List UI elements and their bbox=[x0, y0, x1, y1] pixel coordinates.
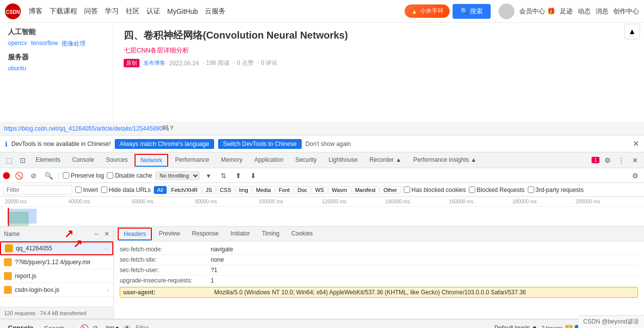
preserve-log-checkbox[interactable] bbox=[63, 172, 69, 179]
filter-type-js[interactable]: JS bbox=[202, 186, 216, 194]
wifi-icon[interactable]: ⇅ bbox=[218, 170, 230, 182]
console-eye-icon[interactable]: 👁 bbox=[124, 324, 131, 328]
search-button[interactable]: 🔍 搜索 bbox=[453, 4, 491, 19]
more-options-icon[interactable]: ⋮ bbox=[615, 154, 627, 166]
throttle-select[interactable]: No throttling bbox=[155, 171, 200, 180]
network-settings-icon[interactable]: ⚙ bbox=[629, 170, 641, 182]
nav-cert[interactable]: 认证 bbox=[146, 7, 160, 16]
headers-tab-response[interactable]: Response bbox=[187, 228, 224, 240]
disable-cache-label[interactable]: Disable cache bbox=[107, 172, 152, 179]
btn-match-language[interactable]: Always match Chrome's language bbox=[115, 139, 214, 149]
nav-cloud[interactable]: 云服务 bbox=[205, 7, 226, 16]
hide-data-urls-checkbox[interactable] bbox=[101, 187, 107, 193]
nav-member[interactable]: 会员中心 🎁 bbox=[519, 7, 555, 16]
nav-footprint[interactable]: 足迹 bbox=[560, 7, 573, 16]
console-tab-console[interactable]: Console bbox=[5, 322, 36, 328]
nav-download[interactable]: 下载课程 bbox=[49, 7, 77, 16]
select-element-icon[interactable]: ⬚ bbox=[3, 154, 15, 166]
nav-community[interactable]: 社区 bbox=[126, 7, 139, 16]
tab-console[interactable]: Console bbox=[67, 154, 99, 166]
file-icon-js-1 bbox=[4, 258, 12, 266]
sidebar-tag-tensorflow[interactable]: tensorflow bbox=[31, 40, 58, 48]
console-clear-icon[interactable]: 🚫 bbox=[80, 324, 89, 328]
btn-switch-chinese[interactable]: Switch DevTools to Chinese bbox=[218, 139, 302, 149]
filter-type-wasm[interactable]: Wasm bbox=[328, 186, 351, 194]
import-icon[interactable]: ⬆ bbox=[232, 170, 244, 182]
default-levels-btn[interactable]: Default levels ▼ bbox=[494, 325, 537, 328]
blocked-cookies-label[interactable]: Has blocked cookies bbox=[404, 187, 466, 193]
console-filter-input[interactable] bbox=[136, 325, 489, 328]
third-party-label[interactable]: 3rd-party requests bbox=[528, 187, 584, 193]
disable-cache-checkbox[interactable] bbox=[107, 172, 113, 179]
file-item-2[interactable]: report.js bbox=[0, 269, 113, 283]
tab-elements[interactable]: Elements bbox=[31, 154, 65, 166]
filter-toggle-icon[interactable]: ⊘ bbox=[28, 170, 40, 182]
filter-input[interactable] bbox=[3, 185, 72, 195]
filter-type-img[interactable]: Img bbox=[235, 186, 251, 194]
file-item-0[interactable]: qq_41264055 → bbox=[0, 241, 113, 255]
tab-recorder[interactable]: Recorder ▲ bbox=[365, 154, 407, 166]
clear-icon[interactable]: 🚫 bbox=[13, 170, 25, 182]
filter-type-media[interactable]: Media bbox=[253, 186, 275, 194]
notification-close-icon[interactable]: ✕ bbox=[633, 139, 639, 148]
hide-data-urls-label[interactable]: Hide data URLs bbox=[101, 187, 151, 193]
tab-security[interactable]: Security bbox=[290, 154, 322, 166]
hot-btn[interactable]: 🔥 小米手环 bbox=[405, 4, 449, 18]
tab-sources[interactable]: Sources bbox=[101, 154, 133, 166]
headers-tab-preview[interactable]: Preview bbox=[154, 228, 185, 240]
settings-icon[interactable]: ⚙ bbox=[601, 154, 613, 166]
sidebar-tag-ubuntu[interactable]: ubuntu bbox=[8, 65, 26, 72]
tab-network[interactable]: Network bbox=[135, 154, 168, 167]
url-text[interactable]: https://blog.csdn.net/qq_41264055/articl… bbox=[4, 125, 163, 132]
filter-type-manifest[interactable]: Manifest bbox=[352, 186, 379, 194]
nav-create[interactable]: 创作中心 bbox=[613, 7, 639, 16]
device-toggle-icon[interactable]: ⊡ bbox=[17, 154, 29, 166]
nav-messages[interactable]: 消息 bbox=[596, 7, 608, 16]
console-tab-search[interactable]: Search bbox=[41, 323, 67, 328]
file-item-3[interactable]: csdn-login-box.js ↓ bbox=[0, 283, 113, 297]
nav-github[interactable]: MyGitHub bbox=[167, 7, 198, 15]
scroll-top-button[interactable]: ▲ bbox=[624, 24, 640, 40]
throttle-dropdown-icon[interactable]: ▾ bbox=[203, 170, 215, 182]
headers-tab-initiator[interactable]: Initiator bbox=[226, 228, 255, 240]
tab-application[interactable]: Application bbox=[249, 154, 288, 166]
headers-tab-headers[interactable]: Headers bbox=[118, 228, 152, 240]
blocked-cookies-checkbox[interactable] bbox=[404, 187, 410, 193]
file-item-1[interactable]: ??lib/jquery/1.12.4/jquery.mir bbox=[0, 255, 113, 269]
filter-type-fetch[interactable]: Fetch/XHR bbox=[168, 186, 201, 194]
nav-blog[interactable]: 博客 bbox=[29, 7, 43, 16]
nav-qa[interactable]: 问答 bbox=[84, 7, 98, 16]
filter-type-all[interactable]: All bbox=[154, 186, 167, 194]
tab-perf-insights[interactable]: Performance insights ▲ bbox=[409, 154, 482, 166]
filter-type-doc[interactable]: Doc bbox=[294, 186, 311, 194]
tab-memory[interactable]: Memory bbox=[216, 154, 247, 166]
headers-tab-cookies[interactable]: Cookies bbox=[286, 228, 318, 240]
export-icon[interactable]: ⬇ bbox=[247, 170, 259, 182]
sidebar-tag-opencv[interactable]: opencv bbox=[8, 40, 27, 48]
filter-type-font[interactable]: Font bbox=[276, 186, 293, 194]
btn-dont-show[interactable]: Don't show again bbox=[306, 141, 351, 147]
filter-type-css[interactable]: CSS bbox=[217, 186, 235, 194]
invert-checkbox[interactable] bbox=[75, 187, 82, 193]
sidebar-tag-image[interactable]: 图像处理 bbox=[62, 40, 86, 48]
resize-handle[interactable]: ↔ bbox=[92, 231, 101, 237]
blocked-requests-checkbox[interactable] bbox=[469, 187, 475, 193]
nav-dynamic[interactable]: 动态 bbox=[578, 7, 591, 16]
tab-performance[interactable]: Performance bbox=[170, 154, 214, 166]
filter-type-other[interactable]: Other bbox=[380, 186, 401, 194]
file-list-close-icon[interactable]: ✕ bbox=[104, 231, 109, 237]
blocked-requests-label[interactable]: Blocked Requests bbox=[469, 187, 525, 193]
invert-label[interactable]: Invert bbox=[75, 187, 98, 193]
tag-publish[interactable]: 发布博客 bbox=[143, 59, 165, 67]
preserve-log-label[interactable]: Preserve log bbox=[63, 172, 104, 179]
console-context-select[interactable]: top ▾ bbox=[106, 325, 119, 328]
search-network-icon[interactable]: 🔍 bbox=[43, 170, 54, 182]
record-button[interactable] bbox=[3, 172, 10, 179]
tab-lighthouse[interactable]: Lighthouse bbox=[323, 154, 363, 166]
filter-type-ws[interactable]: WS bbox=[312, 186, 327, 194]
console-record-icon[interactable]: ⊘ bbox=[92, 324, 98, 328]
headers-tab-timing[interactable]: Timing bbox=[257, 228, 284, 240]
nav-learn[interactable]: 学习 bbox=[105, 7, 119, 16]
close-devtools-icon[interactable]: ✕ bbox=[629, 154, 641, 166]
third-party-checkbox[interactable] bbox=[528, 187, 534, 193]
